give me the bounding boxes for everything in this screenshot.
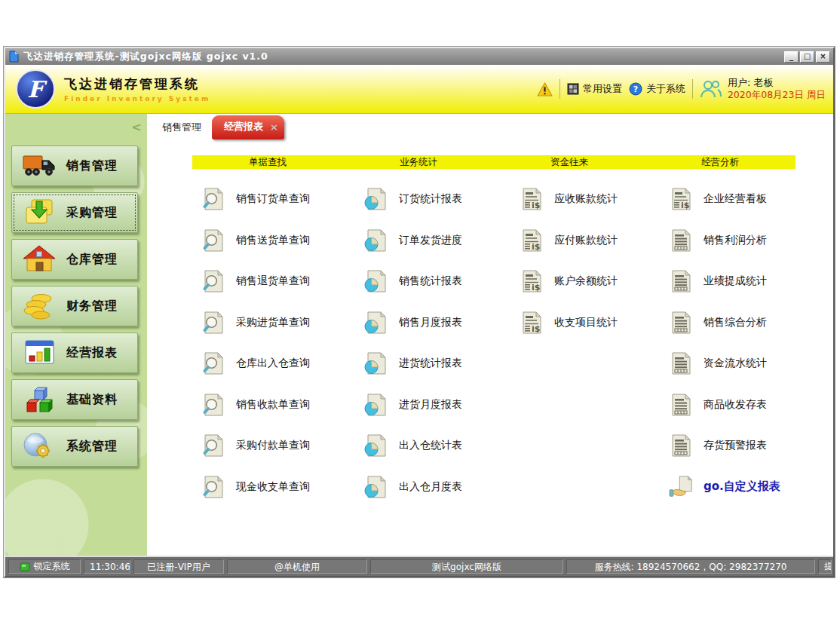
menu-item[interactable]: 收支项目统计 <box>520 302 618 344</box>
menu-item-label: 出入仓月度表 <box>399 480 462 494</box>
sidebar-item-reports[interactable]: 经营报表 <box>11 332 138 373</box>
menu-item-label: 销售月度报表 <box>399 316 462 329</box>
category-header: 资金往来 <box>494 155 645 169</box>
menu-item[interactable]: 仓库出入仓查询 <box>201 343 310 384</box>
doc-pie-icon <box>364 393 388 417</box>
doc-search-icon <box>201 269 225 293</box>
menu-item[interactable]: 销售利润分析 <box>669 220 780 262</box>
menu-item[interactable]: 资金流水统计 <box>669 343 780 384</box>
app-titles: 飞达进销存管理系统 Finder Inventory System <box>64 75 210 103</box>
sidebar-item-basedata[interactable]: 基础资料 <box>11 379 138 420</box>
header-separator <box>692 79 693 99</box>
menu-item[interactable]: 存货预警报表 <box>669 425 780 467</box>
menu-item-label: 进货月度报表 <box>399 398 462 412</box>
category-header: 业务统计 <box>343 155 494 169</box>
window-controls: _ □ × <box>784 51 830 63</box>
menu-item[interactable]: 出入仓月度表 <box>364 467 462 508</box>
menu-item[interactable]: 企业经营看板 <box>669 179 780 220</box>
status-promo[interactable]: 提升企 <box>818 559 832 574</box>
menu-item[interactable]: 账户余额统计 <box>520 261 618 302</box>
doc-money-icon <box>669 187 693 211</box>
sidebar-item-label: 系统管理 <box>66 439 118 455</box>
sidebar-item-sales[interactable]: 销售管理 <box>11 145 138 186</box>
header-toolbar: 常用设置 ? 关于系统 用户: 老板 2020年08月23日 周日 <box>537 65 826 113</box>
status-time: 11:30:46 <box>84 559 130 574</box>
menu-item[interactable]: 进货月度报表 <box>364 384 462 426</box>
user-label: 用户: 老板 <box>728 77 826 89</box>
user-texts: 用户: 老板 2020年08月23日 周日 <box>728 77 826 101</box>
lock-system-button[interactable]: 锁定系统 <box>8 559 81 574</box>
app-name: 飞达进销存管理系统 <box>64 75 210 93</box>
doc-report-icon <box>669 351 693 375</box>
tab-label: 经营报表 <box>224 120 263 133</box>
menu-item[interactable]: 采购进货单查询 <box>201 302 310 344</box>
menu-item[interactable]: 出入仓统计表 <box>364 425 462 467</box>
coins-icon <box>22 291 57 321</box>
tab-business-reports[interactable]: 经营报表 × <box>212 115 284 139</box>
sidebar-collapse-icon[interactable]: < <box>130 120 143 134</box>
menu-item-label: 企业经营看板 <box>704 192 767 206</box>
menu-item[interactable]: 销售订货单查询 <box>201 179 310 220</box>
doc-money-icon <box>520 187 544 211</box>
sidebar-item-label: 仓库管理 <box>66 252 118 268</box>
truck-icon <box>22 151 57 181</box>
doc-report-icon <box>669 311 693 335</box>
app-window: 飞达进销存管理系统-测试gojxc网络版 gojxc v1.0 _ □ × F … <box>4 47 835 577</box>
menu-item[interactable]: 业绩提成统计 <box>669 261 780 302</box>
tab-sales-management[interactable]: 销售管理 <box>152 115 212 141</box>
content-pane: 销售管理 经营报表 × 单据查找 业务统计 资金往来 经营分析 销售订货单查询 … <box>147 114 833 556</box>
about-system-label: 关于系统 <box>646 82 685 96</box>
tab-close-icon[interactable]: × <box>270 121 278 133</box>
app-header: F 飞达进销存管理系统 Finder Inventory System 常用设置… <box>5 65 833 114</box>
menu-item[interactable]: 应收账款统计 <box>520 179 618 220</box>
menu-item[interactable]: 现金收支单查询 <box>201 467 310 508</box>
title-bar[interactable]: 飞达进销存管理系统-测试gojxc网络版 gojxc v1.0 _ □ × <box>5 48 833 65</box>
minimize-button[interactable]: _ <box>784 51 799 63</box>
user-icon <box>700 79 722 99</box>
app-logo: F <box>16 69 55 109</box>
globe-gear-icon <box>22 431 57 461</box>
category-header: 经营分析 <box>645 155 796 169</box>
sidebar-item-warehouse[interactable]: 仓库管理 <box>11 239 138 280</box>
help-icon: ? <box>629 82 642 96</box>
doc-money-icon <box>520 311 544 335</box>
menu-item-label: 销售订货单查询 <box>236 192 310 206</box>
doc-search-icon <box>201 311 225 335</box>
menu-item[interactable]: 销售收款单查询 <box>201 384 310 426</box>
sidebar-item-system[interactable]: 系统管理 <box>11 426 138 467</box>
menu-item[interactable]: 订单发货进度 <box>364 220 462 262</box>
menu-item[interactable]: 订货统计报表 <box>364 179 462 220</box>
tab-strip: 销售管理 经营报表 × <box>147 114 833 141</box>
user-box: 用户: 老板 2020年08月23日 周日 <box>700 77 826 101</box>
menu-item[interactable]: 应付账款统计 <box>520 220 618 262</box>
menu-item[interactable]: 销售月度报表 <box>364 302 462 344</box>
column-funds: 应收账款统计 应付账款统计 账户余额统计 收支项目统计 <box>520 179 618 343</box>
menu-item-label: 订单发货进度 <box>399 234 462 247</box>
doc-search-icon <box>201 228 225 253</box>
menu-item[interactable]: 销售统计报表 <box>364 261 462 302</box>
column-business-statistics: 订货统计报表 订单发货进度 销售统计报表 销售月度报表 进货统计报表 进货月度报… <box>364 179 462 507</box>
about-system-button[interactable]: ? 关于系统 <box>629 82 685 96</box>
maximize-button[interactable]: □ <box>800 51 814 63</box>
menu-item-label: 业绩提成统计 <box>704 274 767 288</box>
sidebar-item-purchase[interactable]: 采购管理 <box>11 192 138 233</box>
menu-item[interactable]: 销售退货单查询 <box>201 261 310 302</box>
hand-doc-icon <box>669 476 696 498</box>
warning-icon[interactable] <box>537 82 553 96</box>
custom-report-label: go.自定义报表 <box>704 479 780 494</box>
menu-item[interactable]: 采购付款单查询 <box>201 425 310 467</box>
menu-item[interactable]: 商品收发存表 <box>669 384 780 426</box>
menu-item[interactable]: 销售综合分析 <box>669 302 780 344</box>
menu-item[interactable]: 进货统计报表 <box>364 343 462 384</box>
menu-item[interactable]: 销售送货单查询 <box>201 220 310 262</box>
menu-item-label: 应付账款统计 <box>554 234 618 247</box>
common-settings-button[interactable]: 常用设置 <box>567 82 622 96</box>
doc-search-icon <box>201 393 225 417</box>
sidebar-item-finance[interactable]: 财务管理 <box>11 286 138 326</box>
menu-item-label: 销售送货单查询 <box>236 234 310 247</box>
close-button[interactable]: × <box>816 51 830 63</box>
sidebar-item-label: 采购管理 <box>66 205 118 221</box>
main-area: < 销售管理 采购管理 <box>5 114 833 556</box>
doc-report-icon <box>669 393 693 417</box>
custom-report-item[interactable]: go.自定义报表 <box>669 467 780 508</box>
